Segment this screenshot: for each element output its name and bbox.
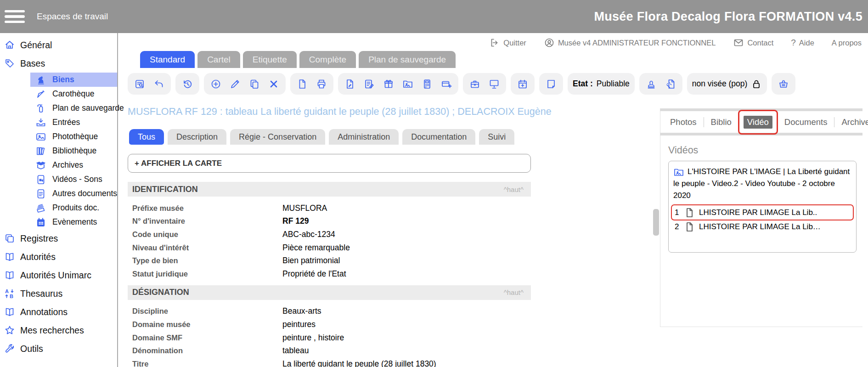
calendar-plus-button[interactable] [516, 77, 530, 91]
briefcase-button[interactable] [468, 77, 482, 91]
sidebar-item-general[interactable]: Général [0, 36, 117, 54]
toolbar-group [175, 73, 199, 95]
detail-tab-documentation[interactable]: Documentation [402, 129, 475, 145]
sidebar-item-phototheque[interactable]: Photothèque [30, 130, 117, 144]
registers-icon [4, 233, 15, 244]
sidebar-item-registres[interactable]: Registres [0, 229, 117, 248]
presentation-button[interactable] [487, 77, 501, 91]
form-edit-button[interactable] [362, 77, 376, 91]
section-header-identification: IDENTIFICATION^haut^ [128, 182, 531, 197]
sidebar-item-bibliotheque[interactable]: Bibliothèque [30, 144, 117, 158]
video-file-row[interactable]: 2LHISTOIRE PAR LIMAGE La Lib… [671, 220, 853, 234]
panel-resize-handle[interactable] [653, 209, 659, 236]
magic-document-button[interactable] [664, 77, 677, 91]
basket-button[interactable] [777, 77, 790, 91]
folder-image-button[interactable] [401, 77, 415, 91]
section-header-designation: DÉSIGNATION^haut^ [128, 285, 531, 300]
media-tab-photos[interactable]: Photos [663, 117, 704, 127]
sidebar-item-autorites-unimarc[interactable]: Autorités Unimarc [0, 266, 117, 284]
copy-icon [249, 79, 260, 90]
video-main-item[interactable]: L'HISTOIRE PAR L'IMAGE | La Liberté guid… [671, 164, 853, 205]
show-map-toggle[interactable]: + AFFICHER LA CARTE [128, 154, 531, 173]
apropos-link[interactable]: A propos [832, 39, 862, 47]
record-tab-etiquette[interactable]: Etiquette [243, 51, 297, 68]
sidebar-item-bases[interactable]: Bases [0, 54, 117, 73]
sidebar-item-produits-doc[interactable]: Produits doc. [30, 201, 117, 215]
detail-tab-regie-conservation[interactable]: Régie - Conservation [230, 129, 325, 145]
add-circle-button[interactable] [209, 77, 223, 91]
new-document-icon [297, 79, 308, 90]
user-account[interactable]: Musée v4 ADMINISTRATEUR FONCTIONNEL [544, 37, 716, 48]
printer-button[interactable] [315, 77, 328, 91]
knight-icon [35, 74, 46, 85]
field-label: Discipline [132, 307, 282, 316]
video-file-row[interactable]: 1LHISTOIRE PAR LIMAGE La Lib.. [671, 205, 853, 220]
note-icon [546, 79, 557, 90]
quitter-link[interactable]: Quitter [489, 37, 526, 48]
back-to-top-link[interactable]: ^haut^ [504, 288, 524, 296]
copy-button[interactable] [248, 77, 261, 91]
calculator-doc-button[interactable] [420, 77, 434, 91]
media-tab-documents[interactable]: Documents [778, 117, 834, 127]
media-tab-label: Vidéo [747, 117, 769, 127]
field-row: Statut juridiquePropriété de l'Etat [132, 267, 531, 281]
detail-tab-administration[interactable]: Administration [329, 129, 399, 145]
contact-link[interactable]: Contact [733, 37, 773, 48]
delete-x-button[interactable] [267, 77, 281, 91]
sidebar-item-thesaurus[interactable]: Thesaurus [0, 284, 117, 303]
field-list: DisciplineBeaux-artsDomaine muséepeintur… [128, 300, 531, 367]
sidebar-item-entrees[interactable]: Entrées [30, 115, 117, 130]
sidebar-item-label: Mes recherches [20, 325, 84, 336]
field-label: Préfixe musée [132, 204, 282, 213]
etat-label: Etat : [573, 79, 593, 89]
media-tab-archives[interactable]: Archives [834, 117, 868, 127]
home-icon [4, 40, 15, 51]
record-tab-plan-de-sauvegarde[interactable]: Plan de sauvegarde [359, 51, 456, 68]
sidebar-item-label: Photothèque [52, 132, 98, 141]
toolbar: Etat : Publiable non visée (pop) [128, 73, 795, 95]
record-tab-complete[interactable]: Complète [299, 51, 356, 68]
gift-box-button[interactable] [382, 77, 395, 91]
sidebar-item-autorites[interactable]: Autorités [0, 248, 117, 266]
aide-label: Aide [799, 39, 814, 47]
stamp-button[interactable] [644, 77, 658, 91]
sidebar-item-mes-recherches[interactable]: Mes recherches [0, 321, 117, 339]
sidebar-item-archives[interactable]: Archives [30, 158, 117, 172]
stamp-icon [646, 79, 657, 90]
sidebar-item-annotations[interactable]: Annotations [0, 303, 117, 321]
document-pencil-button[interactable] [343, 77, 357, 91]
record-tab-cartel[interactable]: Cartel [197, 51, 240, 68]
sidebar-item-outils[interactable]: Outils [0, 339, 117, 358]
detail-tab-tous[interactable]: Tous [129, 129, 164, 145]
history-button[interactable] [180, 77, 194, 91]
sidebar-item-autres-documents[interactable]: Autres documents [30, 186, 117, 201]
note-button[interactable] [544, 77, 558, 91]
list-search-button[interactable] [133, 77, 147, 91]
hamburger-menu-icon[interactable] [5, 10, 25, 23]
media-tab-label: Biblio [711, 117, 732, 127]
aide-link[interactable]: ?Aide [791, 38, 814, 48]
back-to-top-link[interactable]: ^haut^ [504, 186, 524, 193]
visa-status-button[interactable]: non visée (pop) [687, 73, 767, 95]
new-document-button[interactable] [295, 77, 309, 91]
detail-tab-suivi[interactable]: Suivi [479, 129, 514, 145]
undo-button[interactable] [152, 77, 166, 91]
edit-pencil-button[interactable] [228, 77, 242, 91]
card-plus-button[interactable] [440, 77, 453, 91]
etat-publiable-button[interactable]: Etat : Publiable [568, 73, 635, 95]
open-box-icon [35, 160, 46, 171]
visa-label: non visée (pop) [692, 79, 748, 89]
sidebar-item-label: Produits doc. [52, 203, 99, 213]
media-tab-video[interactable]: Vidéo [744, 116, 772, 129]
sidebar-item-label: Entrées [52, 118, 80, 127]
detail-tab-description[interactable]: Description [168, 129, 226, 145]
sidebar-item-biens[interactable]: Biens [30, 73, 117, 87]
open-book-icon [4, 270, 15, 281]
sidebar-item-plan-de-sauvegarde[interactable]: Plan de sauvegarde [30, 101, 117, 115]
sidebar-item-videos-sons[interactable]: Vidéos - Sons [30, 172, 117, 186]
media-tab-biblio[interactable]: Biblio [704, 117, 738, 127]
sidebar-item-carotheque[interactable]: Carothèque [30, 87, 117, 101]
record-tab-standard[interactable]: Standard [140, 51, 195, 68]
stamp-toolbar-group [639, 73, 682, 95]
sidebar-item-evenements[interactable]: Evènements [30, 215, 117, 229]
